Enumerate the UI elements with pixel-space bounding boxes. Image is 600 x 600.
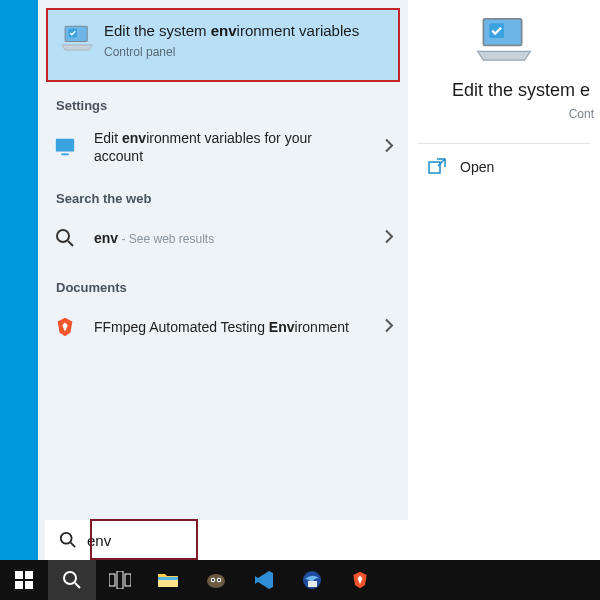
section-header-documents: Documents bbox=[38, 264, 408, 301]
monitor-icon bbox=[54, 136, 76, 158]
svg-rect-3 bbox=[61, 154, 68, 156]
svg-line-5 bbox=[68, 241, 73, 246]
svg-rect-18 bbox=[109, 574, 115, 586]
text: Edit bbox=[94, 130, 122, 146]
svg-rect-15 bbox=[25, 581, 33, 589]
svg-rect-13 bbox=[25, 571, 33, 579]
matched-text: env bbox=[122, 130, 146, 146]
matched-text: Env bbox=[269, 319, 295, 335]
open-action[interactable]: Open bbox=[408, 144, 600, 190]
matched-text: env bbox=[211, 22, 237, 39]
svg-rect-20 bbox=[125, 574, 131, 586]
search-input[interactable] bbox=[87, 532, 167, 549]
best-match-subtitle: Control panel bbox=[104, 45, 380, 59]
result-label: FFmpeg Automated Testing Environment bbox=[94, 318, 349, 336]
svg-point-4 bbox=[57, 230, 69, 242]
detail-title: Edit the system e bbox=[408, 80, 600, 101]
system-settings-icon-large bbox=[474, 16, 534, 66]
best-match-item[interactable]: Edit the system environment variables Co… bbox=[46, 8, 400, 82]
taskbar bbox=[0, 560, 600, 600]
svg-line-11 bbox=[71, 543, 76, 548]
search-button[interactable] bbox=[48, 560, 96, 600]
brave-icon bbox=[54, 316, 76, 338]
svg-point-10 bbox=[61, 533, 72, 544]
task-view-button[interactable] bbox=[96, 560, 144, 600]
svg-rect-2 bbox=[56, 139, 74, 152]
svg-rect-29 bbox=[308, 581, 317, 587]
result-sub: - See web results bbox=[118, 232, 214, 246]
svg-point-23 bbox=[207, 574, 225, 588]
svg-point-25 bbox=[212, 579, 214, 581]
chevron-right-icon bbox=[384, 139, 394, 156]
svg-rect-22 bbox=[158, 577, 178, 580]
web-search-item[interactable]: env - See web results bbox=[38, 212, 408, 264]
chevron-right-icon bbox=[384, 319, 394, 336]
chevron-right-icon bbox=[384, 230, 394, 247]
settings-item-edit-env-account[interactable]: Edit environment variables for your acco… bbox=[38, 119, 408, 175]
svg-rect-8 bbox=[429, 162, 440, 173]
svg-line-17 bbox=[75, 583, 80, 588]
detail-panel: Edit the system e Cont Open bbox=[408, 0, 600, 560]
search-icon bbox=[54, 227, 76, 249]
text: FFmpeg Automated Testing bbox=[94, 319, 269, 335]
detail-subtitle: Cont bbox=[408, 107, 600, 121]
svg-rect-14 bbox=[15, 581, 23, 589]
search-icon bbox=[59, 531, 77, 549]
open-label: Open bbox=[460, 159, 494, 175]
svg-rect-19 bbox=[117, 571, 123, 589]
thunderbird-button[interactable] bbox=[288, 560, 336, 600]
result-label: Edit environment variables for your acco… bbox=[94, 129, 364, 165]
text: Edit the system bbox=[104, 22, 211, 39]
svg-point-16 bbox=[64, 572, 76, 584]
system-settings-icon bbox=[60, 24, 94, 54]
search-results-panel: Edit the system environment variables Co… bbox=[38, 0, 408, 560]
brave-button[interactable] bbox=[336, 560, 384, 600]
search-box[interactable] bbox=[45, 520, 595, 560]
section-header-settings: Settings bbox=[38, 82, 408, 119]
section-header-web: Search the web bbox=[38, 175, 408, 212]
file-explorer-button[interactable] bbox=[144, 560, 192, 600]
documents-item-ffmpeg[interactable]: FFmpeg Automated Testing Environment bbox=[38, 301, 408, 353]
start-button[interactable] bbox=[0, 560, 48, 600]
svg-point-27 bbox=[218, 579, 220, 581]
open-icon bbox=[428, 158, 446, 176]
result-label: env - See web results bbox=[94, 229, 214, 248]
text: ironment bbox=[295, 319, 349, 335]
text: ironment variables bbox=[237, 22, 360, 39]
svg-rect-12 bbox=[15, 571, 23, 579]
best-match-title: Edit the system environment variables bbox=[104, 22, 380, 41]
matched-text: env bbox=[94, 230, 118, 246]
vscode-button[interactable] bbox=[240, 560, 288, 600]
gimp-button[interactable] bbox=[192, 560, 240, 600]
